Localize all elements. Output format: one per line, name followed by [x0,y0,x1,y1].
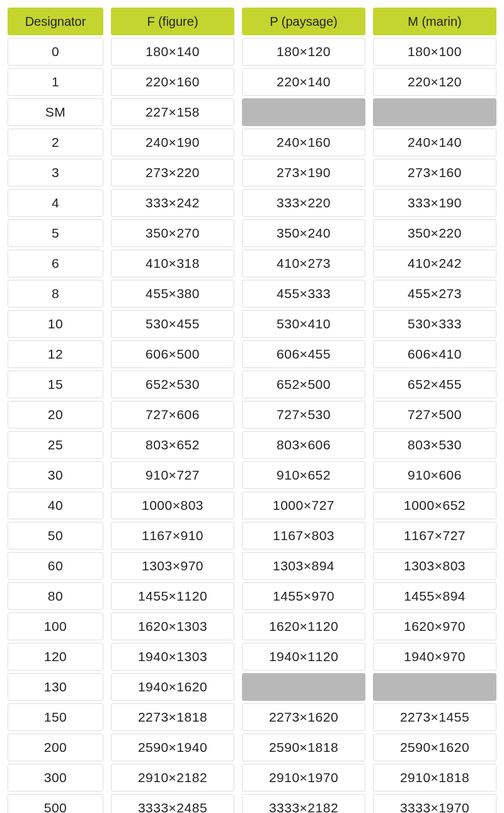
cell-figure: 350×270 [111,219,234,247]
cell-marin: 606×410 [373,340,496,368]
cell-figure: 1455×1120 [111,582,234,610]
cell-designator: 4 [8,189,103,217]
col-header-paysage: P (paysage) [242,8,365,35]
cell-figure: 1940×1620 [111,673,234,701]
cell-paysage: 3333×2182 [242,794,365,813]
cell-designator: 500 [8,794,103,813]
cell-figure: 530×455 [111,310,234,338]
cell-marin: 2590×1620 [373,734,496,761]
cell-designator: 200 [8,734,103,761]
cell-paysage: 1167×803 [242,522,365,550]
cell-paysage: 455×333 [242,280,365,308]
col-header-designator: Designator [8,8,103,35]
cell-figure: 333×242 [111,189,234,217]
cell-paysage: 803×606 [242,431,365,459]
table-row: 601303×9701303×8941303×803 [8,552,496,580]
cell-paysage: 910×652 [242,461,365,489]
cell-designator: 120 [8,643,103,671]
cell-paysage: 727×530 [242,401,365,429]
cell-designator: 300 [8,764,103,792]
cell-figure: 3333×2485 [111,794,234,813]
cell-figure: 180×140 [111,38,234,66]
cell-paysage: 1000×727 [242,492,365,519]
cell-paysage: 1455×970 [242,582,365,610]
cell-marin: 333×190 [373,189,496,217]
table-row: 1220×160220×140220×120 [8,68,496,96]
cell-paysage: 273×190 [242,159,365,187]
table-row: 3002910×21822910×19702910×1818 [8,764,496,792]
table-row: 6410×318410×273410×242 [8,250,496,277]
table-row: 5003333×24853333×21823333×1970 [8,794,496,813]
cell-designator: 8 [8,280,103,308]
cell-figure: 910×727 [111,461,234,489]
col-header-figure: F (figure) [111,8,234,35]
table-row: 3273×220273×190273×160 [8,159,496,187]
table-row: 20727×606727×530727×500 [8,401,496,429]
cell-figure: 803×652 [111,431,234,459]
cell-paysage: 2910×1970 [242,764,365,792]
cell-designator: 100 [8,613,103,640]
cell-designator: 30 [8,461,103,489]
cell-paysage: 530×410 [242,310,365,338]
table-row: 15652×530652×500652×455 [8,371,496,398]
cell-figure: 273×220 [111,159,234,187]
cell-paysage: 1620×1120 [242,613,365,640]
cell-marin: 410×242 [373,250,496,277]
table-row: 0180×140180×120180×100 [8,38,496,66]
table-row: 12606×500606×455606×410 [8,340,496,368]
cell-paysage [242,673,365,701]
cell-marin: 1940×970 [373,643,496,671]
cell-marin: 530×333 [373,310,496,338]
table-row: 501167×9101167×8031167×727 [8,522,496,550]
cell-marin: 3333×1970 [373,794,496,813]
cell-figure: 220×160 [111,68,234,96]
cell-designator: 2 [8,129,103,156]
cell-designator: 80 [8,582,103,610]
cell-paysage: 220×140 [242,68,365,96]
table-row: 401000×8031000×7271000×652 [8,492,496,519]
table-row: 1502273×18182273×16202273×1455 [8,703,496,731]
cell-marin [373,673,496,701]
cell-designator: 40 [8,492,103,519]
cell-figure: 410×318 [111,250,234,277]
cell-marin: 220×120 [373,68,496,96]
cell-figure: 2590×1940 [111,734,234,761]
cell-paysage [242,98,365,126]
cell-figure: 1000×803 [111,492,234,519]
table-header-row: Designator F (figure) P (paysage) M (mar… [8,8,496,35]
cell-designator: 3 [8,159,103,187]
cell-designator: 0 [8,38,103,66]
cell-designator: 1 [8,68,103,96]
cell-figure: 606×500 [111,340,234,368]
cell-paysage: 240×160 [242,129,365,156]
cell-figure: 227×158 [111,98,234,126]
cell-figure: 1620×1303 [111,613,234,640]
table-row: 1301940×1620 [8,673,496,701]
cell-marin [373,98,496,126]
cell-figure: 1940×1303 [111,643,234,671]
cell-paysage: 410×273 [242,250,365,277]
table-row: 1001620×13031620×11201620×970 [8,613,496,640]
cell-paysage: 350×240 [242,219,365,247]
cell-marin: 455×273 [373,280,496,308]
cell-paysage: 1303×894 [242,552,365,580]
cell-designator: 10 [8,310,103,338]
size-table: Designator F (figure) P (paysage) M (mar… [8,8,496,813]
cell-designator: 25 [8,431,103,459]
cell-figure: 2910×2182 [111,764,234,792]
cell-designator: 6 [8,250,103,277]
cell-designator: 15 [8,371,103,398]
cell-marin: 240×140 [373,129,496,156]
table-row: SM227×158 [8,98,496,126]
cell-designator: 5 [8,219,103,247]
cell-figure: 1303×970 [111,552,234,580]
cell-marin: 803×530 [373,431,496,459]
cell-marin: 652×455 [373,371,496,398]
cell-paysage: 606×455 [242,340,365,368]
cell-marin: 1455×894 [373,582,496,610]
cell-designator: 60 [8,552,103,580]
cell-marin: 1620×970 [373,613,496,640]
table-row: 2240×190240×160240×140 [8,129,496,156]
cell-marin: 273×160 [373,159,496,187]
table-row: 801455×11201455×9701455×894 [8,582,496,610]
